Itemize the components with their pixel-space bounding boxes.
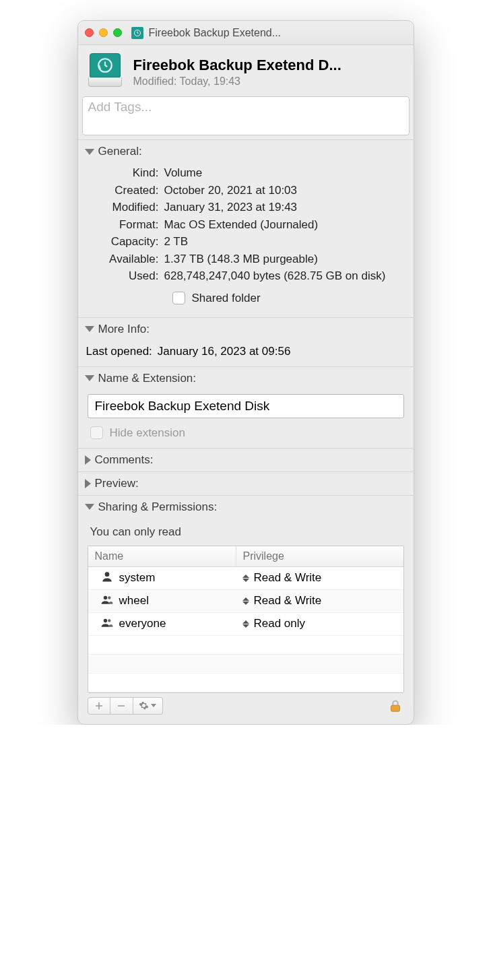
chevron-down-icon bbox=[151, 704, 156, 708]
zoom-button[interactable] bbox=[113, 28, 122, 37]
svg-point-4 bbox=[108, 596, 110, 599]
column-privilege[interactable]: Privilege bbox=[236, 546, 403, 566]
capacity-label: Capacity: bbox=[85, 233, 164, 251]
svg-point-5 bbox=[103, 618, 106, 622]
shared-folder-checkbox[interactable] bbox=[172, 292, 185, 304]
section-head-name-extension[interactable]: Name & Extension: bbox=[78, 367, 414, 390]
table-row bbox=[88, 636, 403, 655]
gear-icon bbox=[139, 700, 149, 711]
section-head-more-info[interactable]: More Info: bbox=[78, 318, 414, 341]
column-name[interactable]: Name bbox=[88, 546, 236, 566]
shared-folder-label: Shared folder bbox=[192, 292, 261, 305]
close-button[interactable] bbox=[85, 28, 94, 37]
tags-field[interactable]: Add Tags... bbox=[82, 96, 410, 135]
name-input[interactable] bbox=[88, 394, 404, 418]
table-row bbox=[88, 655, 403, 674]
permission-name: everyone bbox=[119, 617, 166, 630]
user-icon bbox=[100, 570, 114, 587]
permissions-table: Name Privilege systemRead & WritewheelRe… bbox=[88, 546, 404, 693]
section-general: General: Kind:Volume Created:October 20,… bbox=[78, 139, 414, 317]
capacity-value: 2 TB bbox=[164, 233, 407, 251]
action-menu-button bbox=[133, 697, 163, 715]
header: Fireebok Backup Exetend D... Modified: T… bbox=[78, 45, 414, 96]
header-title: Fireebok Backup Exetend D... bbox=[133, 57, 341, 74]
disclosure-triangle-icon bbox=[85, 149, 94, 155]
permission-privilege[interactable]: Read & Write bbox=[254, 571, 322, 585]
group-icon bbox=[100, 593, 114, 610]
updown-icon[interactable] bbox=[242, 575, 250, 582]
permission-privilege[interactable]: Read & Write bbox=[254, 594, 322, 608]
hide-extension-checkbox bbox=[90, 426, 103, 439]
section-head-preview[interactable]: Preview: bbox=[78, 472, 414, 495]
section-head-comments[interactable]: Comments: bbox=[78, 449, 414, 471]
last-opened-label: Last opened: bbox=[86, 345, 152, 358]
format-label: Format: bbox=[85, 216, 164, 234]
svg-point-6 bbox=[108, 619, 110, 622]
section-sharing-permissions: Sharing & Permissions: You can only read… bbox=[78, 495, 414, 724]
section-preview: Preview: bbox=[78, 471, 414, 495]
permission-name: wheel bbox=[119, 594, 149, 608]
section-more-info: More Info: Last opened: January 16, 2023… bbox=[78, 317, 414, 366]
permission-name: system bbox=[119, 571, 156, 585]
disclosure-triangle-icon bbox=[85, 375, 94, 381]
lock-icon[interactable] bbox=[388, 698, 403, 713]
available-value: 1.37 TB (148.3 MB purgeable) bbox=[164, 251, 407, 268]
table-row[interactable]: systemRead & Write bbox=[88, 567, 403, 590]
disclosure-triangle-icon bbox=[85, 479, 91, 488]
updown-icon[interactable] bbox=[242, 597, 250, 605]
permissions-note: You can only read bbox=[88, 521, 404, 546]
table-row bbox=[88, 674, 403, 692]
table-row[interactable]: everyoneRead only bbox=[88, 613, 403, 636]
titlebar: Fireebok Backup Exetend... bbox=[78, 21, 414, 45]
kind-label: Kind: bbox=[85, 164, 164, 182]
hide-extension-label: Hide extension bbox=[110, 426, 185, 440]
table-row[interactable]: wheelRead & Write bbox=[88, 590, 403, 613]
format-value: Mac OS Extended (Journaled) bbox=[164, 216, 407, 234]
permission-privilege[interactable]: Read only bbox=[254, 617, 306, 630]
svg-rect-7 bbox=[391, 705, 399, 711]
last-opened-value: January 16, 2023 at 09:56 bbox=[158, 345, 291, 358]
used-label: Used: bbox=[85, 267, 164, 285]
updown-icon[interactable] bbox=[242, 620, 250, 628]
permissions-header: Name Privilege bbox=[88, 546, 403, 567]
volume-icon bbox=[86, 53, 124, 91]
svg-point-3 bbox=[103, 595, 106, 599]
minimize-button[interactable] bbox=[99, 28, 108, 37]
section-comments: Comments: bbox=[78, 448, 414, 471]
modified-value: January 31, 2023 at 19:43 bbox=[164, 199, 407, 216]
titlebar-disk-icon bbox=[131, 27, 143, 39]
disclosure-triangle-icon bbox=[85, 455, 91, 465]
remove-permission-button bbox=[110, 697, 133, 715]
section-head-general[interactable]: General: bbox=[78, 140, 414, 163]
created-value: October 20, 2021 at 10:03 bbox=[164, 182, 407, 199]
add-permission-button bbox=[88, 697, 110, 715]
disclosure-triangle-icon bbox=[85, 504, 94, 510]
traffic-lights bbox=[85, 28, 122, 37]
permissions-toolbar bbox=[88, 697, 163, 715]
section-head-sharing[interactable]: Sharing & Permissions: bbox=[78, 496, 414, 519]
created-label: Created: bbox=[85, 182, 164, 199]
svg-point-2 bbox=[104, 572, 109, 577]
kind-value: Volume bbox=[164, 164, 407, 182]
disclosure-triangle-icon bbox=[85, 326, 94, 332]
header-modified: Modified: Today, 19:43 bbox=[133, 75, 341, 88]
getinfo-window: Fireebok Backup Exetend... Fireebok Back… bbox=[77, 20, 414, 725]
window-title: Fireebok Backup Exetend... bbox=[149, 27, 282, 39]
available-label: Available: bbox=[85, 251, 164, 268]
section-name-extension: Name & Extension: Hide extension bbox=[78, 366, 414, 448]
used-value: 628,748,247,040 bytes (628.75 GB on disk… bbox=[164, 267, 407, 285]
modified-label: Modified: bbox=[85, 199, 164, 216]
group-icon bbox=[100, 616, 114, 632]
